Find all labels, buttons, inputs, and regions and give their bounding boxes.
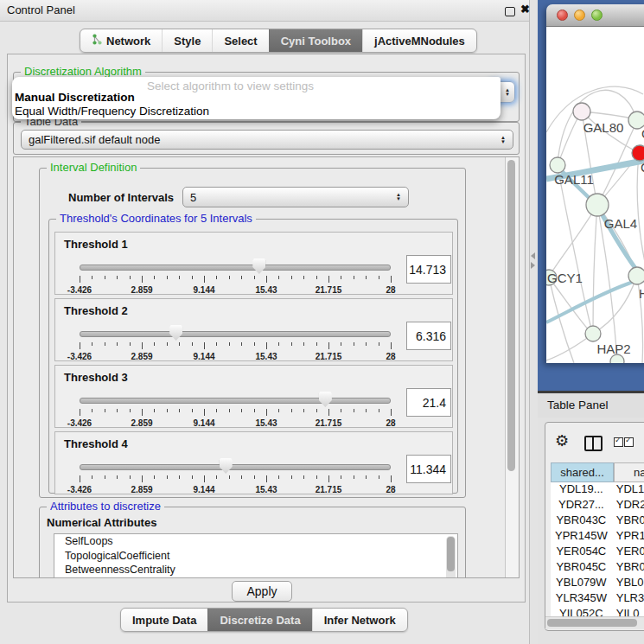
list-item[interactable]: TopologicalCoefficient	[54, 549, 457, 564]
column-header-name[interactable]: na	[614, 462, 644, 482]
tab-cyni-toolbox[interactable]: Cyni Toolbox	[269, 29, 362, 52]
close-panel-icon[interactable]: ✖	[520, 3, 530, 16]
network-node[interactable]	[585, 326, 601, 341]
tab-network[interactable]: Network	[80, 29, 162, 52]
tab-style[interactable]: Style	[162, 29, 212, 52]
splitter-collapse-right-icon[interactable]	[531, 262, 535, 269]
tab-discretize-data[interactable]: Discretize Data	[207, 609, 311, 631]
tick-mark	[204, 475, 205, 482]
table-row[interactable]: YDR27...YDR2	[551, 498, 644, 513]
table-cell[interactable]: YBR0	[612, 513, 644, 529]
gear-icon[interactable]: ⚙	[555, 431, 569, 450]
tab-jactivemodules[interactable]: jActiveMNodules	[362, 29, 476, 52]
tick-mark	[366, 409, 367, 412]
tab-infer-network[interactable]: Infer Network	[312, 609, 407, 631]
network-node[interactable]	[550, 157, 565, 173]
table-cell[interactable]: YDL19...	[551, 482, 612, 498]
table-cell[interactable]: YBR043C	[551, 513, 612, 529]
table-cell[interactable]: YDL1	[612, 482, 644, 498]
network-edge[interactable]	[593, 205, 597, 333]
table-cell[interactable]: YPR145W	[551, 529, 612, 545]
network-window-titlebar[interactable]	[546, 4, 644, 27]
table-horizontal-scrollbar[interactable]	[545, 616, 644, 629]
column-header-shared-name[interactable]: shared...	[551, 462, 614, 482]
table-scrollbar-thumb[interactable]	[547, 619, 637, 627]
tab-select[interactable]: Select	[212, 29, 268, 52]
table-cell[interactable]: YER054C	[551, 545, 612, 560]
table-row[interactable]: YPR145WYPR1	[551, 529, 644, 545]
checkbox-icon[interactable]	[624, 437, 634, 447]
close-window-icon[interactable]	[557, 10, 568, 21]
checkbox-icon[interactable]	[614, 437, 623, 447]
table-cell[interactable]: YBR0	[612, 560, 644, 576]
table-cell[interactable]: YLR345W	[551, 591, 612, 607]
network-node[interactable]	[628, 267, 644, 284]
menu-item-manual-discretization[interactable]: Manual Discretization	[15, 91, 135, 104]
threshold-3-slider[interactable]: -3.4262.8599.14415.4321.71528	[80, 392, 391, 426]
list-item[interactable]: BetweennessCentrality	[54, 563, 457, 577]
table-cell[interactable]: YPR1	[612, 529, 644, 545]
numerical-attributes-list[interactable]: SelfLoopsTopologicalCoefficientBetweenne…	[54, 533, 458, 578]
slider-thumb[interactable]	[252, 258, 265, 274]
network-node[interactable]	[632, 145, 644, 161]
threshold-4-value-field[interactable]: 11.344	[406, 455, 451, 483]
tick-mark	[192, 276, 193, 279]
slider-track[interactable]	[80, 464, 391, 470]
slider-thumb[interactable]	[220, 458, 233, 474]
table-row[interactable]: YER054CYER0	[551, 545, 644, 560]
network-icon	[92, 34, 102, 48]
tick-mark	[179, 409, 180, 412]
table-cell[interactable]: YBL079W	[551, 576, 612, 591]
network-node[interactable]	[586, 194, 609, 216]
list-item[interactable]: SelfLoops	[54, 534, 457, 549]
slider-track[interactable]	[80, 265, 391, 271]
settings-scrollbar-thumb[interactable]	[507, 160, 515, 471]
panel-splitter[interactable]	[530, 0, 538, 644]
table-cell[interactable]: YBR045C	[551, 560, 612, 576]
network-edge[interactable]	[549, 205, 597, 277]
minimize-window-icon[interactable]	[574, 10, 585, 21]
tick-mark	[354, 409, 354, 412]
network-view-window[interactable]: GAL80GAL11GAL4GCY1HAP2HGAC	[546, 4, 644, 363]
network-node[interactable]	[610, 354, 624, 363]
table-row[interactable]: YBL079WYBL0	[551, 576, 644, 591]
tick-mark	[354, 276, 354, 279]
number-of-intervals-combobox[interactable]: 5 ▲▼	[182, 187, 409, 207]
threshold-1-value-field[interactable]: 14.713	[406, 255, 451, 284]
slider-thumb[interactable]	[319, 392, 332, 407]
slider-thumb[interactable]	[169, 325, 182, 341]
tab-impute-data[interactable]: Impute Data	[121, 609, 207, 631]
table-cell[interactable]: YER0	[612, 545, 644, 560]
table-row[interactable]: YLR345WYLR3	[551, 591, 644, 607]
network-canvas[interactable]: GAL80GAL11GAL4GCY1HAP2HGAC	[546, 27, 644, 363]
zoom-window-icon[interactable]	[591, 10, 603, 21]
table-cell[interactable]: YLR3	[612, 591, 644, 607]
settings-scrollbar[interactable]	[505, 157, 519, 577]
table-cell[interactable]: YDR27...	[551, 498, 612, 513]
threshold-2-slider[interactable]: -3.4262.8599.14415.4321.71528	[80, 325, 391, 360]
column-layout-icon[interactable]	[584, 436, 603, 451]
threshold-4-slider[interactable]: -3.4262.8599.14415.4321.71528	[80, 458, 391, 493]
table-row[interactable]: YBR043CYBR0	[551, 513, 644, 529]
tick-mark	[341, 342, 341, 346]
tick-mark	[80, 342, 80, 349]
network-edge[interactable]	[558, 112, 581, 165]
table-cell[interactable]: YBL0	[612, 576, 644, 591]
table-row[interactable]: YDL19...YDL1	[551, 482, 644, 498]
menu-item-equal-width-frequency[interactable]: Equal Width/Frequency Discretization	[15, 105, 209, 118]
slider-track[interactable]	[80, 331, 391, 337]
list-scrollbar-thumb[interactable]	[447, 537, 455, 571]
table-cell[interactable]: YDR2	[612, 498, 644, 513]
apply-button[interactable]: Apply	[232, 581, 292, 602]
splitter-collapse-left-icon[interactable]	[531, 252, 535, 259]
threshold-2-value-field[interactable]: 6.316	[406, 322, 451, 350]
threshold-3-value-field[interactable]: 21.4	[406, 388, 451, 417]
list-scrollbar[interactable]	[446, 536, 456, 578]
table-data-combobox[interactable]: galFiltered.sif default node ▲▼	[21, 130, 513, 150]
network-node[interactable]	[573, 103, 590, 120]
threshold-1-slider[interactable]: -3.4262.8599.14415.4321.71528	[80, 258, 391, 293]
tick-label: 28	[386, 352, 395, 361]
slider-track[interactable]	[80, 398, 391, 404]
table-row[interactable]: YBR045CYBR0	[551, 560, 644, 576]
float-panel-icon[interactable]	[505, 7, 515, 16]
